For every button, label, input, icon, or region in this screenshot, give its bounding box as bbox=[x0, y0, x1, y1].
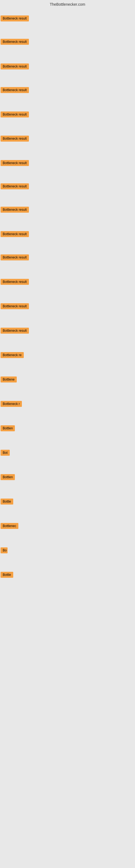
bottleneck-item[interactable]: Bottleneck result bbox=[1, 16, 29, 23]
bottleneck-badge: Bottle bbox=[1, 499, 13, 504]
bottleneck-badge: Bottleneck result bbox=[1, 254, 29, 260]
bottleneck-item[interactable]: Bottleneck result bbox=[1, 279, 29, 286]
bottleneck-badge: Bottlenec bbox=[1, 523, 18, 529]
bottleneck-item[interactable]: Bottleneck result bbox=[1, 254, 29, 261]
bottleneck-item[interactable]: Bottleneck result bbox=[1, 39, 29, 46]
bottleneck-item[interactable]: Bo bbox=[1, 547, 8, 554]
bottleneck-item[interactable]: Bottleneck result bbox=[1, 87, 29, 94]
bottleneck-badge: Bottleneck result bbox=[1, 207, 29, 213]
bottleneck-badge: Bottle bbox=[1, 572, 13, 578]
page-container: TheBottlenecker.com Bottleneck resultBot… bbox=[0, 0, 135, 868]
bottleneck-item[interactable]: Bottlene bbox=[1, 376, 17, 383]
bottleneck-badge: Bo bbox=[1, 547, 8, 553]
bottleneck-badge: Bottlene bbox=[1, 376, 17, 382]
bottleneck-badge: Bottleneck result bbox=[1, 63, 29, 69]
bottleneck-badge: Bottleneck r bbox=[1, 401, 22, 407]
bottleneck-badge: Bottleneck result bbox=[1, 160, 29, 166]
bottleneck-badge: Bottleneck result bbox=[1, 39, 29, 45]
bottleneck-item[interactable]: Bottle bbox=[1, 572, 13, 579]
bottleneck-badge: Bottleneck result bbox=[1, 231, 29, 237]
bottleneck-badge: Bottleneck result bbox=[1, 328, 29, 334]
bottleneck-item[interactable]: Bottleneck result bbox=[1, 160, 29, 167]
bottleneck-badge: Bottleneck result bbox=[1, 183, 29, 189]
bottleneck-badge: Bottleneck result bbox=[1, 112, 29, 118]
bottleneck-badge: Bottlen bbox=[1, 474, 15, 480]
bottleneck-item[interactable]: Bottleneck re bbox=[1, 352, 24, 359]
bottleneck-item[interactable]: Bottleneck result bbox=[1, 135, 29, 143]
bottleneck-badge: Bottleneck result bbox=[1, 16, 29, 22]
bottleneck-item[interactable]: Bottleneck result bbox=[1, 63, 29, 70]
bottleneck-badge: Bot bbox=[1, 450, 10, 456]
bottleneck-item[interactable]: Bottleneck result bbox=[1, 231, 29, 238]
bottleneck-item[interactable]: Bottleneck r bbox=[1, 401, 22, 408]
bottleneck-badge: Bottleneck result bbox=[1, 87, 29, 93]
bottleneck-item[interactable]: Bottleneck result bbox=[1, 183, 29, 190]
bottleneck-badge: Bottleneck result bbox=[1, 135, 29, 142]
bottleneck-badge: Bottlen bbox=[1, 425, 15, 431]
bottleneck-item[interactable]: Bottle bbox=[1, 499, 13, 506]
bottleneck-item[interactable]: Bottlenec bbox=[1, 523, 18, 530]
bottleneck-item[interactable]: Bottleneck result bbox=[1, 328, 29, 335]
bottleneck-item[interactable]: Bottlen bbox=[1, 474, 15, 481]
bottleneck-badge: Bottleneck re bbox=[1, 352, 24, 358]
bottleneck-item[interactable]: Bottleneck result bbox=[1, 303, 29, 310]
site-title: TheBottlenecker.com bbox=[0, 0, 135, 8]
bottleneck-item[interactable]: Bottleneck result bbox=[1, 207, 29, 214]
bottleneck-badge: Bottleneck result bbox=[1, 303, 29, 309]
bottleneck-item[interactable]: Bot bbox=[1, 450, 10, 457]
bottleneck-item[interactable]: Bottleneck result bbox=[1, 112, 29, 119]
bottleneck-item[interactable]: Bottlen bbox=[1, 425, 15, 432]
bottleneck-badge: Bottleneck result bbox=[1, 279, 29, 285]
